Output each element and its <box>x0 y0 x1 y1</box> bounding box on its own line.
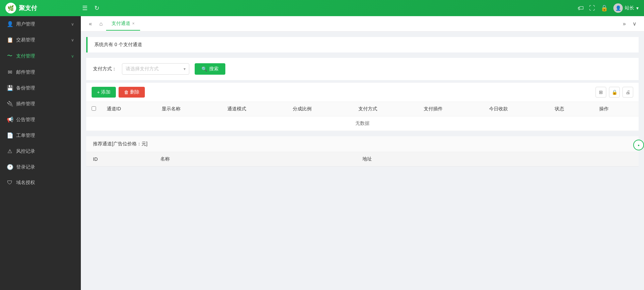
data-table: 通道ID 显示名称 通道模式 分成比例 支付方式 支付插件 今日收款 状态 操作 <box>86 102 639 131</box>
search-label: 搜索 <box>209 66 219 72</box>
recommend-table: ID 名称 地址 <box>86 152 639 167</box>
sidebar-label-notice-mgmt: 公告管理 <box>16 117 35 123</box>
delete-label: 删除 <box>130 89 139 95</box>
app-name: 聚支付 <box>19 4 37 12</box>
user-menu[interactable]: 👤 站长 ▾ <box>613 3 639 13</box>
add-label: 添加 <box>101 89 110 95</box>
col-payment-plugin: 支付插件 <box>418 102 484 116</box>
sidebar-label-mail-mgmt: 邮件管理 <box>16 69 35 75</box>
sidebar-item-trade-mgmt[interactable]: 📋 交易管理 ∨ <box>0 32 81 48</box>
sidebar-label-domain-auth: 域名授权 <box>16 180 35 186</box>
float-button[interactable]: ● <box>633 140 644 150</box>
no-data-text: 无数据 <box>355 120 369 126</box>
breadcrumb-more-button[interactable]: » <box>621 20 628 28</box>
recommend-header: 推荐通道[广告位价格：元] <box>86 136 639 152</box>
filter-row: 支付方式： 请选择支付方式 ▾ 🔍 搜索 <box>86 58 639 80</box>
sidebar-item-ticket-mgmt[interactable]: 📄 工单管理 <box>0 128 81 143</box>
risk-log-icon: ⚠ <box>7 148 13 154</box>
sidebar-item-risk-log[interactable]: ⚠ 风控记录 <box>0 143 81 159</box>
col-status: 状态 <box>549 102 594 116</box>
column-lock-icon: 🔒 <box>612 89 617 95</box>
breadcrumb-down-button[interactable]: ∨ <box>631 19 639 28</box>
sidebar-label-plugin-mgmt: 插件管理 <box>16 101 35 107</box>
payment-method-select[interactable]: 请选择支付方式 ▾ <box>122 63 189 75</box>
sidebar-item-user-mgmt[interactable]: 👤 用户管理 ∨ <box>0 16 81 32</box>
col-channel-mode: 通道模式 <box>222 102 287 116</box>
home-button[interactable]: ⌂ <box>97 20 105 28</box>
table-toolbar: + 添加 🗑 删除 ⊞ 🔒 <box>86 83 639 102</box>
rec-col-id: ID <box>86 152 154 167</box>
payment-method-placeholder: 请选择支付方式 <box>126 66 159 72</box>
user-mgmt-icon: 👤 <box>7 21 13 27</box>
sidebar-item-login-log[interactable]: 🕐 登录记录 <box>0 159 81 175</box>
delete-button[interactable]: 🗑 删除 <box>119 87 145 98</box>
grid-icon: ⊞ <box>599 89 603 95</box>
recommend-section: 推荐通道[广告位价格：元] ID 名称 地址 <box>86 136 639 167</box>
fullscreen-button[interactable]: ⛶ <box>589 5 595 12</box>
sidebar-item-backup-mgmt[interactable]: 💾 备份管理 <box>0 80 81 96</box>
sidebar-item-mail-mgmt[interactable]: ✉ 邮件管理 <box>0 64 81 80</box>
col-display-name: 显示名称 <box>156 102 222 116</box>
tab-close-icon[interactable]: × <box>132 21 135 26</box>
logo-icon: 🌿 <box>5 3 16 13</box>
logo-area: 🌿 聚支付 <box>5 3 79 13</box>
col-channel-id: 通道ID <box>101 102 156 116</box>
backup-mgmt-icon: 💾 <box>7 85 13 91</box>
breadcrumb-collapse-button[interactable]: « <box>86 20 95 28</box>
app-header: 🌿 聚支付 ☰ ↻ 🏷 ⛶ 🔒 👤 站长 ▾ <box>0 0 644 16</box>
delete-icon: 🗑 <box>124 89 129 95</box>
col-actions: 操作 <box>594 102 639 116</box>
header-right: 🏷 ⛶ 🔒 👤 站长 ▾ <box>578 3 639 13</box>
sidebar-label-trade-mgmt: 交易管理 <box>16 37 35 43</box>
sidebar-item-payment-mgmt[interactable]: 〜 支付管理 ∨ <box>0 48 81 64</box>
sidebar-label-payment-mgmt: 支付管理 <box>16 53 35 59</box>
info-text: 系统共有 0 个支付通道 <box>94 42 142 47</box>
sidebar-item-notice-mgmt[interactable]: 📢 公告管理 <box>0 112 81 128</box>
rec-col-addr: 地址 <box>356 152 639 167</box>
notice-mgmt-icon: 📢 <box>7 116 13 123</box>
select-arrow-icon: ▾ <box>184 67 186 71</box>
toolbar-left: + 添加 🗑 删除 <box>92 87 145 98</box>
print-icon: 🖨 <box>625 89 630 95</box>
refresh-button[interactable]: ↻ <box>92 3 102 13</box>
payment-mgmt-icon: 〜 <box>7 52 13 60</box>
select-all-checkbox[interactable] <box>92 106 96 111</box>
grid-view-button[interactable]: ⊞ <box>595 87 606 98</box>
col-split-ratio: 分成比例 <box>287 102 353 116</box>
lock-icon-button[interactable]: 🔒 <box>601 4 608 12</box>
payment-mgmt-arrow: ∨ <box>71 54 74 59</box>
ticket-mgmt-icon: 📄 <box>7 132 13 139</box>
sidebar-label-backup-mgmt: 备份管理 <box>16 85 35 91</box>
recommend-header-text: 推荐通道[广告位价格：元] <box>93 141 148 146</box>
sidebar-label-login-log: 登录记录 <box>16 164 35 170</box>
search-button[interactable]: 🔍 搜索 <box>195 63 225 75</box>
float-icon: ● <box>638 143 640 147</box>
sidebar-item-plugin-mgmt[interactable]: 🔌 插件管理 <box>0 96 81 112</box>
column-lock-button[interactable]: 🔒 <box>609 87 620 98</box>
tab-label: 支付通道 <box>111 21 130 27</box>
sidebar-toggle-button[interactable]: ☰ <box>79 3 90 13</box>
search-icon: 🔍 <box>201 66 207 72</box>
sidebar-label-risk-log: 风控记录 <box>16 148 35 154</box>
sidebar-item-domain-auth[interactable]: 🛡 域名授权 <box>0 175 81 190</box>
user-dropdown-icon: ▾ <box>636 5 639 11</box>
header-tools: ☰ ↻ <box>79 3 102 13</box>
main-content: 系统共有 0 个支付通道 支付方式： 请选择支付方式 ▾ 🔍 搜索 <box>81 32 644 290</box>
tag-icon-button[interactable]: 🏷 <box>578 5 584 12</box>
sidebar-label-ticket-mgmt: 工单管理 <box>16 133 35 139</box>
user-mgmt-arrow: ∨ <box>71 22 74 27</box>
main-layout: 👤 用户管理 ∨ 📋 交易管理 ∨ 〜 支付管理 ∨ ✉ 邮件管理 <box>0 16 644 290</box>
toolbar-right: ⊞ 🔒 🖨 <box>595 87 633 98</box>
breadcrumb-tab-payment-channel[interactable]: 支付通道 × <box>106 17 140 31</box>
mail-mgmt-icon: ✉ <box>7 69 13 75</box>
breadcrumb-right: » ∨ <box>621 19 639 28</box>
trade-mgmt-arrow: ∨ <box>71 38 74 42</box>
print-button[interactable]: 🖨 <box>622 87 633 98</box>
table-checkbox-col <box>86 102 101 116</box>
avatar: 👤 <box>613 3 623 13</box>
sidebar-label-user-mgmt: 用户管理 <box>16 21 35 27</box>
sidebar: 👤 用户管理 ∨ 📋 交易管理 ∨ 〜 支付管理 ∨ ✉ 邮件管理 <box>0 16 81 290</box>
rec-col-name: 名称 <box>154 152 356 167</box>
content-area: « ⌂ 支付通道 × » ∨ 系统共有 0 个支付通道 支付方式： 请选择支付方… <box>81 16 644 290</box>
add-button[interactable]: + 添加 <box>92 87 116 98</box>
